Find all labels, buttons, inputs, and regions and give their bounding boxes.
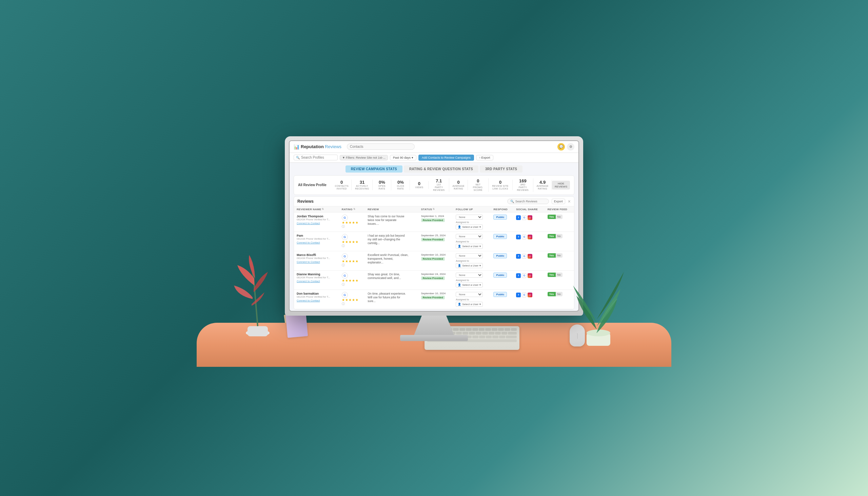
select-user-button[interactable]: 👤 Select a User ▾	[456, 263, 483, 268]
google-share-icon[interactable]: G	[522, 273, 527, 278]
nav-search[interactable]	[347, 143, 415, 150]
chevron-down-icon: ▾	[479, 245, 481, 248]
facebook-icon[interactable]: f	[516, 293, 521, 297]
reviews-export-button[interactable]: Export	[552, 199, 565, 204]
cell-status: September 25, 2024 Review Provided	[418, 232, 453, 251]
stats-label: All Review Profile	[298, 183, 326, 187]
cell-respond: Public	[491, 212, 513, 232]
connect-to-contact-link[interactable]: Connect to Contact	[297, 241, 336, 244]
col-status: STATUS ⇅	[418, 206, 453, 213]
connect-to-contact-link[interactable]: Connect to Contact	[297, 280, 336, 283]
instagram-icon[interactable]: ◎	[528, 215, 532, 220]
tab-3rd-party-stats[interactable]: 3RD PARTY STATS	[480, 166, 523, 173]
google-share-icon[interactable]: G	[522, 215, 527, 220]
add-contacts-button[interactable]: Add Contacts to Review Campaigns	[418, 155, 474, 161]
export-button[interactable]: ↑ Export	[476, 155, 493, 160]
public-respond-button[interactable]: Public	[493, 215, 507, 220]
instagram-icon[interactable]: ◎	[528, 254, 532, 259]
stat-views: 0 VIEWS	[410, 181, 429, 189]
public-respond-button[interactable]: Public	[493, 292, 507, 297]
yes-button[interactable]: Yes	[547, 292, 556, 296]
nav-right: 💬 ⚙	[557, 143, 574, 151]
yes-button[interactable]: Yes	[547, 273, 556, 277]
cell-reviewer-name: Don barmakian 081434 Phone Verified for …	[294, 290, 339, 309]
follow-up-select[interactable]: None	[456, 234, 483, 239]
no-button[interactable]: No	[556, 292, 562, 296]
stats-bar: All Review Profile 0 CONTACTS INVITED 31…	[294, 175, 574, 195]
instagram-icon[interactable]: ◎	[528, 273, 532, 278]
yes-button[interactable]: Yes	[547, 215, 556, 219]
cell-follow-up: None Assigned to 👤 Select a User ▾	[453, 212, 491, 232]
nav-search-input[interactable]	[347, 143, 415, 150]
reviews-close-button[interactable]: ×	[568, 199, 571, 204]
no-button[interactable]: No	[556, 273, 562, 277]
notification-icon[interactable]: 💬	[557, 143, 565, 151]
sort-icon[interactable]: ⇅	[353, 208, 355, 211]
status-badge: Review Provided	[421, 276, 445, 280]
filter-tag[interactable]: ▼ Filters: Review Site not 1st-...	[340, 155, 388, 160]
cell-respond: Public	[491, 270, 513, 290]
yes-button[interactable]: Yes	[547, 253, 556, 258]
rating-info-icon: ⓘ	[342, 244, 345, 248]
follow-up-select[interactable]: None	[456, 215, 483, 220]
reviews-search-input[interactable]	[515, 200, 546, 203]
reviews-table: REVIEWER NAME ⇅ RATING ⇅	[294, 206, 574, 309]
follow-up-select[interactable]: None	[456, 273, 483, 278]
monitor-stand	[414, 316, 454, 336]
star-rating: ★★★★★	[342, 240, 362, 244]
no-button[interactable]: No	[556, 234, 562, 238]
google-share-icon[interactable]: G	[522, 254, 527, 259]
monitor-base	[400, 335, 468, 341]
status-badge: Review Provided	[421, 238, 445, 242]
sort-icon[interactable]: ⇅	[322, 208, 324, 211]
reviews-search[interactable]: 🔍	[507, 199, 549, 204]
col-follow-up: FOLLOW UP	[453, 206, 491, 213]
facebook-icon[interactable]: f	[516, 215, 521, 220]
date-range-button[interactable]: Past 90 days ▾	[390, 155, 416, 160]
connect-to-contact-link[interactable]: Connect to Contact	[297, 222, 336, 225]
search-icon: 🔍	[296, 156, 300, 159]
stat-net-promo-score: 0 NET PROMO. SCORE	[468, 178, 488, 192]
public-respond-button[interactable]: Public	[493, 273, 507, 278]
facebook-icon[interactable]: f	[516, 254, 521, 259]
user-icon: 👤	[458, 226, 461, 229]
col-respond: RESPOND	[491, 206, 513, 213]
facebook-icon[interactable]: f	[516, 273, 521, 278]
toolbar-search[interactable]: 🔍	[294, 155, 338, 160]
instagram-icon[interactable]: ◎	[528, 293, 532, 297]
toolbar-search-input[interactable]	[301, 156, 335, 159]
settings-icon[interactable]: ⚙	[567, 143, 574, 151]
hide-reviews-button[interactable]: HIDE REVIEWS	[552, 181, 570, 189]
brand-reviews[interactable]: Reviews	[325, 144, 341, 149]
follow-up-select[interactable]: None	[456, 292, 483, 297]
reviews-title: Reviews	[297, 199, 505, 204]
no-button[interactable]: No	[556, 253, 562, 258]
table-row: Marco Bisoffi 081434 Phone Verified for …	[294, 251, 574, 270]
no-button[interactable]: No	[556, 215, 562, 219]
facebook-icon[interactable]: f	[516, 235, 521, 239]
tab-rating-review-question-stats[interactable]: RATING & REVIEW QUESTION STATS	[404, 166, 478, 173]
app-container: 📊 Reputation Reviews 💬 ⚙ 🔍	[290, 141, 578, 310]
connect-to-contact-link[interactable]: Connect to Contact	[297, 299, 336, 302]
public-respond-button[interactable]: Public	[493, 234, 507, 239]
sort-icon[interactable]: ⇅	[433, 208, 435, 211]
filter-icon: ▼	[342, 156, 345, 159]
select-user-button[interactable]: 👤 Select a User ▾	[456, 282, 483, 288]
cell-respond: Public	[491, 251, 513, 270]
google-share-icon[interactable]: G	[522, 293, 527, 297]
select-user-button[interactable]: 👤 Select a User ▾	[456, 244, 483, 249]
connect-to-contact-link[interactable]: Connect to Contact	[297, 260, 336, 263]
public-respond-button[interactable]: Public	[493, 253, 507, 258]
google-share-icon[interactable]: G	[522, 235, 527, 239]
tab-review-campaign-stats[interactable]: REVIEW CAMPAIGN STATS	[345, 166, 402, 173]
table-row: Don barmakian 081434 Phone Verified for …	[294, 290, 574, 309]
follow-up-select[interactable]: None	[456, 253, 483, 258]
select-user-button[interactable]: 👤 Select a User ▾	[456, 302, 483, 307]
cell-reviewer-name: Jordan Thompson 081434 Phone Verified fo…	[294, 212, 339, 232]
yes-button[interactable]: Yes	[547, 234, 556, 238]
plant-right	[563, 238, 631, 346]
chevron-down-icon: ▾	[479, 303, 481, 306]
select-user-button[interactable]: 👤 Select a User ▾	[456, 224, 483, 230]
stat-average-rating: 0 AVERAGE RATING	[449, 180, 468, 190]
instagram-icon[interactable]: ◎	[528, 235, 532, 239]
